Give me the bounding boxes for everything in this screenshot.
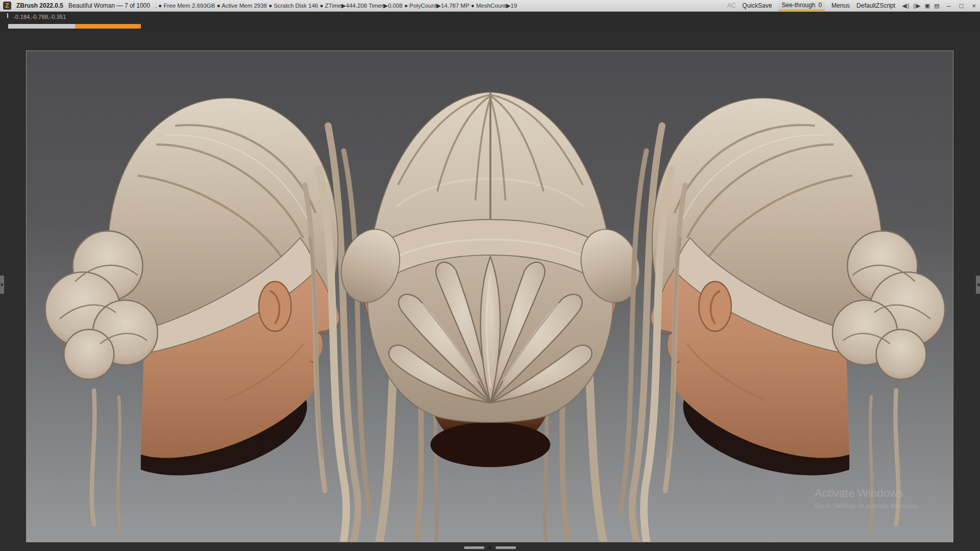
- see-through-label: See-through: [781, 2, 815, 9]
- canvas-hscrollbar[interactable]: [464, 545, 516, 550]
- app-title: ZBrush 2022.0.5: [16, 2, 63, 9]
- zbrush-logo-icon: Z: [3, 2, 11, 10]
- titlebar-controls: AC QuickSave See-through 0 Menus Default…: [727, 1, 977, 11]
- progress-segment-gray: [8, 24, 75, 29]
- scroll-up-arrow-icon: [488, 545, 492, 547]
- close-icon[interactable]: ×: [971, 2, 977, 10]
- document-canvas[interactable]: [26, 51, 953, 542]
- hscroll-arrows[interactable]: [488, 545, 492, 550]
- see-through-slider[interactable]: See-through 0: [778, 1, 825, 11]
- left-tray-icon[interactable]: ◀||: [902, 3, 909, 9]
- quicksave-button[interactable]: QuickSave: [742, 2, 772, 9]
- memory-stats-readout: . ● Free Mem 2.693GB ● Active Mem 2938 ●…: [155, 2, 722, 9]
- document-copy-icon[interactable]: ▣: [925, 3, 930, 9]
- zbrush-window: Z ZBrush 2022.0.5 Beautiful Woman — 7 of…: [0, 0, 980, 551]
- tray-icons: ◀|| ||▶ ▣ ▤: [902, 3, 939, 9]
- coordinates-readout: -0.184,-0.788,-0.351: [13, 14, 66, 20]
- scroll-down-arrow-icon: [488, 548, 492, 550]
- cursor-tick-mark: [7, 13, 8, 18]
- document-grid-icon[interactable]: ▤: [934, 3, 939, 9]
- progress-segment-orange: [75, 24, 141, 29]
- maximize-icon[interactable]: □: [959, 2, 965, 10]
- status-strip: -0.184,-0.788,-0.351: [0, 12, 980, 32]
- right-canvas-scroll-handle[interactable]: [976, 276, 980, 294]
- ac-button[interactable]: AC: [727, 2, 736, 9]
- document-title: Beautiful Woman — 7 of 1000: [68, 2, 150, 9]
- right-tray-icon[interactable]: ||▶: [913, 3, 920, 9]
- hscroll-bar-left[interactable]: [464, 546, 484, 549]
- menus-toggle-button[interactable]: Menus: [831, 2, 850, 9]
- hscroll-bar-right[interactable]: [496, 546, 516, 549]
- tool-progress-bar: [8, 24, 141, 29]
- minimize-icon[interactable]: –: [946, 2, 951, 10]
- sculpt-viewport[interactable]: [27, 51, 953, 542]
- workspace: Activate Windows Go to Settings to activ…: [0, 32, 980, 551]
- left-canvas-scroll-handle[interactable]: [0, 276, 4, 294]
- scroll-left-arrow-icon: [977, 283, 979, 287]
- default-zscript-button[interactable]: DefaultZScript: [856, 2, 895, 9]
- titlebar: Z ZBrush 2022.0.5 Beautiful Woman — 7 of…: [0, 0, 980, 12]
- scroll-right-arrow-icon: [1, 283, 4, 287]
- see-through-value: 0: [818, 2, 822, 9]
